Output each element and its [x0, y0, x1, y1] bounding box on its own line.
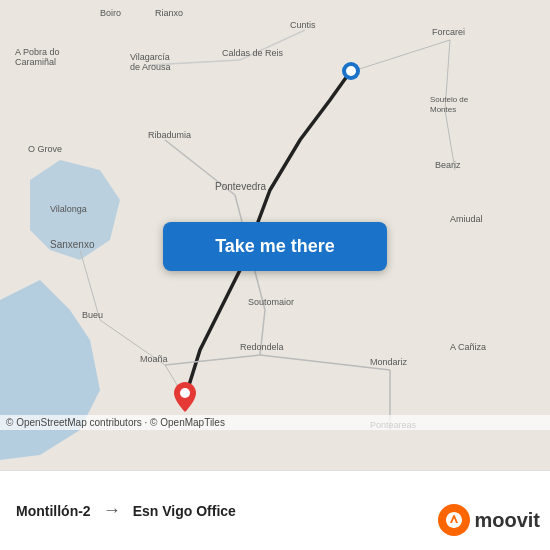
- svg-text:A Pobra do: A Pobra do: [15, 47, 60, 57]
- svg-text:Soutelo de: Soutelo de: [430, 95, 469, 104]
- map-container: A Pobra do Caramiñal Boiro Rianxo Vilaga…: [0, 0, 550, 470]
- route-destination: Esn Vigo Office: [133, 503, 236, 519]
- svg-text:Mondariz: Mondariz: [370, 357, 408, 367]
- svg-text:Montes: Montes: [430, 105, 456, 114]
- destination-pin: [174, 382, 196, 416]
- origin-pin: [342, 62, 360, 84]
- svg-text:Redondela: Redondela: [240, 342, 284, 352]
- svg-text:Soutomaior: Soutomaior: [248, 297, 294, 307]
- copyright-text: © OpenStreetMap contributors · © OpenMap…: [0, 415, 550, 430]
- svg-text:Beariz: Beariz: [435, 160, 461, 170]
- svg-text:Bueu: Bueu: [82, 310, 103, 320]
- svg-text:Caramiñal: Caramiñal: [15, 57, 56, 67]
- svg-text:Forcarei: Forcarei: [432, 27, 465, 37]
- svg-text:Boiro: Boiro: [100, 8, 121, 18]
- svg-point-41: [346, 66, 356, 76]
- svg-point-42: [180, 388, 190, 398]
- svg-text:A Cañiza: A Cañiza: [450, 342, 486, 352]
- svg-text:Vilalonga: Vilalonga: [50, 204, 87, 214]
- svg-text:Ribadumia: Ribadumia: [148, 130, 191, 140]
- route-arrow-icon: →: [103, 500, 121, 521]
- moovit-logo: moovit: [438, 504, 540, 536]
- svg-text:de Arousa: de Arousa: [130, 62, 171, 72]
- svg-text:Vilagarcía: Vilagarcía: [130, 52, 170, 62]
- svg-text:Caldas de Reis: Caldas de Reis: [222, 48, 284, 58]
- svg-text:Sanxenxo: Sanxenxo: [50, 239, 95, 250]
- bottom-bar: Montillón-2 → Esn Vigo Office moovit: [0, 470, 550, 550]
- svg-text:O Grove: O Grove: [28, 144, 62, 154]
- svg-text:Cuntis: Cuntis: [290, 20, 316, 30]
- svg-text:Pontevedra: Pontevedra: [215, 181, 267, 192]
- moovit-brand-name: moovit: [474, 509, 540, 532]
- svg-text:Amiudal: Amiudal: [450, 214, 483, 224]
- svg-text:Rianxo: Rianxo: [155, 8, 183, 18]
- moovit-icon: [438, 504, 470, 536]
- route-origin: Montillón-2: [16, 503, 91, 519]
- svg-text:Moaña: Moaña: [140, 354, 168, 364]
- take-me-there-button[interactable]: Take me there: [163, 222, 387, 271]
